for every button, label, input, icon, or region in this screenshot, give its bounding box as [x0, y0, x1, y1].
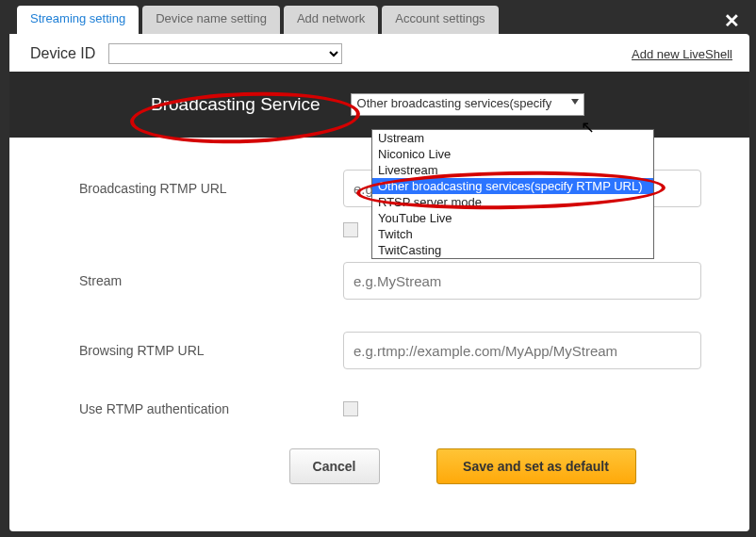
cancel-button[interactable]: Cancel: [289, 448, 380, 484]
browsing-rtmp-url-input[interactable]: [343, 332, 701, 369]
broadcasting-service-band: Broadcasting Service Other broadcasting …: [9, 72, 749, 138]
browsing-rtmp-url-label: Browsing RTMP URL: [79, 343, 343, 358]
broadcasting-service-label: Broadcasting Service: [151, 94, 320, 115]
broadcast-option[interactable]: Niconico Live: [372, 146, 653, 162]
broadcast-option[interactable]: YouTube Live: [372, 210, 653, 226]
tab-streaming-setting[interactable]: Streaming setting: [17, 6, 139, 34]
device-id-label: Device ID: [30, 45, 95, 62]
add-new-liveshell-link[interactable]: Add new LiveShell: [632, 47, 732, 61]
settings-panel: Device ID Add new LiveShell Broadcasting…: [9, 34, 749, 531]
broadcast-option[interactable]: TwitCasting: [372, 242, 653, 258]
broadcast-option[interactable]: Ustream: [372, 130, 653, 146]
broadcast-option[interactable]: RTSP server mode: [372, 194, 653, 210]
stream-label: Stream: [79, 273, 343, 288]
stream-input[interactable]: [343, 262, 701, 300]
use-rtmp-auth-label: Use RTMP authentication: [79, 401, 343, 416]
broadcasting-service-select[interactable]: Other broadcasting services(specify: [351, 93, 584, 116]
broadcast-option[interactable]: Other broadcasting services(specify RTMP…: [372, 178, 653, 194]
broadcast-option[interactable]: Livestream: [372, 162, 653, 178]
broadcast-option[interactable]: Twitch: [372, 226, 653, 242]
tab-add-network[interactable]: Add network: [284, 6, 378, 34]
tab-account-settings[interactable]: Account settings: [382, 6, 498, 34]
broadcasting-rtmp-url-label: Broadcasting RTMP URL: [79, 181, 343, 196]
use-rtmp-auth-checkbox[interactable]: [343, 401, 358, 416]
device-id-select[interactable]: [108, 43, 342, 64]
tab-device-name-setting[interactable]: Device name setting: [142, 6, 280, 34]
tab-bar: Streaming setting Device name setting Ad…: [9, 6, 749, 34]
unnamed-checkbox[interactable]: [343, 222, 358, 237]
broadcasting-service-dropdown[interactable]: UstreamNiconico LiveLivestreamOther broa…: [371, 129, 654, 259]
save-default-button[interactable]: Save and set as default: [436, 448, 636, 484]
